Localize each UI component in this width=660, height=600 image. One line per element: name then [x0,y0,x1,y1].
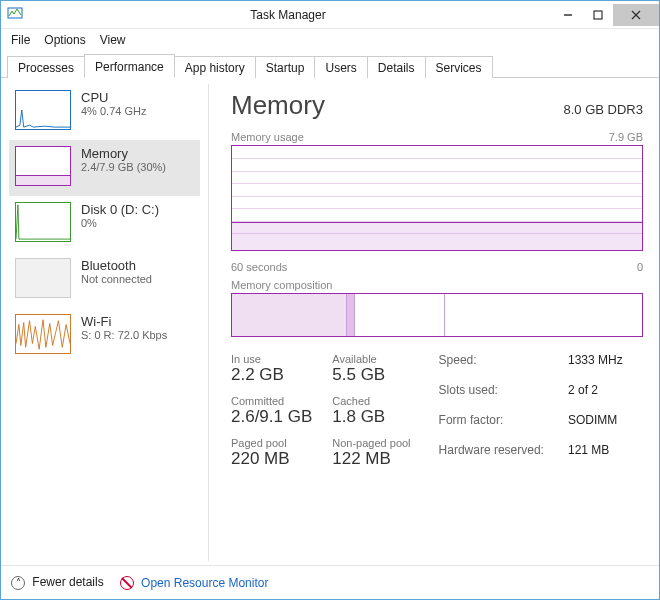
compo-standby [355,294,445,336]
compo-label-row: Memory composition [231,279,643,291]
open-resource-monitor-label: Open Resource Monitor [141,576,268,590]
disk-thumb-icon [15,202,71,242]
tab-users[interactable]: Users [314,56,367,78]
task-manager-window: Task Manager File Options View Processes… [0,0,660,600]
open-resource-monitor-link[interactable]: Open Resource Monitor [120,576,269,590]
fewer-details-label: Fewer details [32,575,103,589]
cpu-sub: 4% 0.74 GHz [81,105,146,117]
stat-nonpaged-label: Non-paged pool [332,437,410,449]
stat-available-label: Available [332,353,410,365]
cpu-thumb-icon [15,90,71,130]
window-controls [553,4,659,26]
tab-startup[interactable]: Startup [255,56,316,78]
wifi-thumb-icon [15,314,71,354]
stat-paged: Paged pool 220 MB [231,437,312,469]
bluetooth-text: Bluetooth Not connected [81,258,152,285]
menubar: File Options View [1,29,659,51]
usage-label: Memory usage [231,131,304,143]
titlebar: Task Manager [1,1,659,29]
stats-right: Speed: 1333 MHz Slots used: 2 of 2 Form … [439,353,623,469]
cpu-text: CPU 4% 0.74 GHz [81,90,146,117]
stat-cached: Cached 1.8 GB [332,395,410,427]
stat-paged-label: Paged pool [231,437,312,449]
stat-committed-label: Committed [231,395,312,407]
disk-sub: 0% [81,217,159,229]
usage-max: 7.9 GB [609,131,643,143]
disk-text: Disk 0 (D: C:) 0% [81,202,159,229]
wifi-title: Wi-Fi [81,314,167,329]
usage-label-row: Memory usage 7.9 GB [231,131,643,143]
stat-nonpaged: Non-paged pool 122 MB [332,437,410,469]
fewer-details-button[interactable]: ˄ Fewer details [11,575,104,590]
bluetooth-thumb-icon [15,258,71,298]
stat-in-use: In use 2.2 GB [231,353,312,385]
bluetooth-sub: Not connected [81,273,152,285]
sidebar-item-memory[interactable]: Memory 2.4/7.9 GB (30%) [9,140,200,196]
detail-form-value: SODIMM [568,413,623,439]
wifi-text: Wi-Fi S: 0 R: 72.0 Kbps [81,314,167,341]
tab-performance[interactable]: Performance [84,54,175,78]
usage-xaxis: 60 seconds 0 [231,261,643,273]
stats-block: In use 2.2 GB Available 5.5 GB Committed… [231,353,643,469]
stat-cached-value: 1.8 GB [332,407,410,427]
content-area: CPU 4% 0.74 GHz Memory 2.4/7.9 GB (30%) [1,78,659,565]
detail-form-label: Form factor: [439,413,544,439]
detail-speed-value: 1333 MHz [568,353,623,379]
stat-in-use-label: In use [231,353,312,365]
minimize-button[interactable] [553,4,583,26]
sidebar-item-wifi[interactable]: Wi-Fi S: 0 R: 72.0 Kbps [9,308,200,364]
stat-nonpaged-value: 122 MB [332,449,410,469]
memory-sub: 2.4/7.9 GB (30%) [81,161,166,173]
close-button[interactable] [613,4,659,26]
tabs: Processes Performance App history Startu… [1,51,659,78]
sidebar-item-cpu[interactable]: CPU 4% 0.74 GHz [9,84,200,140]
tab-details[interactable]: Details [367,56,426,78]
memory-thumb-icon [15,146,71,186]
sidebar-item-bluetooth[interactable]: Bluetooth Not connected [9,252,200,308]
memory-total: 8.0 GB DDR3 [564,102,643,117]
compo-label: Memory composition [231,279,332,291]
stat-committed-value: 2.6/9.1 GB [231,407,312,427]
menu-options[interactable]: Options [44,33,85,47]
memory-title: Memory [81,146,166,161]
memory-text: Memory 2.4/7.9 GB (30%) [81,146,166,173]
stat-available-value: 5.5 GB [332,365,410,385]
performance-sidebar: CPU 4% 0.74 GHz Memory 2.4/7.9 GB (30%) [9,84,209,561]
menu-file[interactable]: File [11,33,30,47]
cpu-title: CPU [81,90,146,105]
footer: ˄ Fewer details Open Resource Monitor [1,565,659,599]
compo-modified [347,294,355,336]
usage-xright: 0 [637,261,643,273]
main-header: Memory 8.0 GB DDR3 [231,90,643,121]
compo-in-use [232,294,347,336]
detail-speed-label: Speed: [439,353,544,379]
stat-available: Available 5.5 GB [332,353,410,385]
svg-rect-2 [594,11,602,19]
tab-app-history[interactable]: App history [174,56,256,78]
chevron-up-icon: ˄ [11,576,25,590]
resource-monitor-icon [120,576,134,590]
window-title: Task Manager [23,8,553,22]
bluetooth-title: Bluetooth [81,258,152,273]
detail-slots-value: 2 of 2 [568,383,623,409]
memory-composition-chart[interactable] [231,293,643,337]
stat-cached-label: Cached [332,395,410,407]
stat-paged-value: 220 MB [231,449,312,469]
memory-usage-chart[interactable] [231,145,643,251]
task-manager-icon [7,5,23,24]
detail-hwres-label: Hardware reserved: [439,443,544,469]
tab-services[interactable]: Services [425,56,493,78]
compo-free [445,294,642,336]
sidebar-item-disk[interactable]: Disk 0 (D: C:) 0% [9,196,200,252]
page-heading: Memory [231,90,325,121]
tab-processes[interactable]: Processes [7,56,85,78]
stats-left: In use 2.2 GB Available 5.5 GB Committed… [231,353,411,469]
main-panel: Memory 8.0 GB DDR3 Memory usage 7.9 GB 6… [209,84,655,561]
maximize-button[interactable] [583,4,613,26]
menu-view[interactable]: View [100,33,126,47]
detail-slots-label: Slots used: [439,383,544,409]
stat-committed: Committed 2.6/9.1 GB [231,395,312,427]
stat-in-use-value: 2.2 GB [231,365,312,385]
usage-xleft: 60 seconds [231,261,287,273]
disk-title: Disk 0 (D: C:) [81,202,159,217]
